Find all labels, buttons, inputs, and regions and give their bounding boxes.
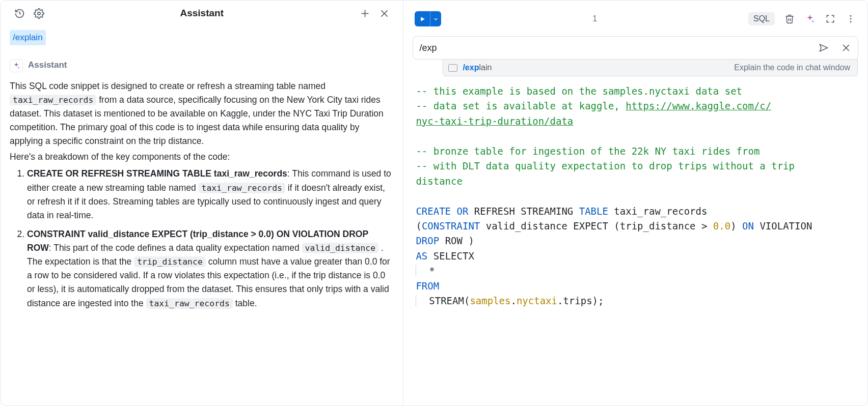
- cell-toolbar: 1 SQL: [413, 9, 858, 29]
- code-text: valid_distance EXPECT (trip_distance >: [480, 220, 713, 231]
- item1-bold: CREATE OR REFRESH STREAMING TABLE taxi_r…: [27, 168, 287, 179]
- assistant-message: This SQL code snippet is designed to cre…: [10, 79, 394, 310]
- item1-code: taxi_raw_records: [199, 183, 285, 193]
- panel-title: Assistant: [48, 8, 355, 19]
- list-item: CREATE OR REFRESH STREAMING TABLE taxi_r…: [27, 167, 394, 222]
- code-line: distance: [416, 176, 463, 187]
- code-text: ROW ): [439, 235, 474, 246]
- item2-text-d: table.: [233, 298, 257, 308]
- svg-point-8: [850, 21, 852, 22]
- assistant-header: Assistant: [1, 7, 403, 26]
- code-punc: (: [416, 220, 421, 231]
- run-button[interactable]: [415, 11, 441, 26]
- code-text: *: [417, 265, 435, 276]
- autocomplete-popup[interactable]: /explain Explain the code in chat window: [443, 59, 858, 76]
- assistant-command-input[interactable]: /exp /explain Explain the code in chat w…: [413, 36, 858, 60]
- send-icon[interactable]: [818, 42, 829, 53]
- code-line: -- with DLT data quality expectation to …: [416, 160, 795, 171]
- code-kw: FROM: [416, 280, 439, 292]
- cell-index: 1: [446, 14, 743, 23]
- assistant-badge: Assistant: [28, 59, 67, 72]
- close-icon[interactable]: [840, 42, 852, 53]
- keyboard-icon: [448, 64, 457, 72]
- breakdown-intro: Here's a breakdown of the key components…: [10, 150, 394, 164]
- msg-para-code: taxi_raw_records: [10, 95, 96, 105]
- chevron-down-icon[interactable]: [430, 11, 441, 26]
- caret: [416, 295, 416, 306]
- list-item: CONSTRAINT valid_distance EXPECT (trip_d…: [27, 227, 394, 310]
- item2-text-a: : This part of the code defines a data q…: [49, 243, 302, 253]
- code-line: -- bronze table for ingestion of the 22k…: [416, 146, 760, 157]
- svg-point-0: [37, 12, 40, 14]
- code-kw: AS: [416, 250, 427, 262]
- svg-marker-5: [421, 17, 425, 21]
- code-text: SELECTX: [427, 250, 474, 262]
- item2-code-c: taxi_raw_records: [146, 298, 233, 309]
- code-num: 0.0: [713, 220, 730, 231]
- trash-icon[interactable]: [784, 13, 795, 24]
- language-pill[interactable]: SQL: [748, 12, 775, 25]
- code-text: REFRESH STREAMING: [468, 206, 579, 217]
- plus-icon[interactable]: [358, 7, 371, 20]
- play-icon[interactable]: [415, 11, 430, 26]
- code-kw: DROP: [416, 235, 439, 246]
- code-text: .trips);: [557, 295, 604, 306]
- code-line: -- this example is based on the samples.…: [416, 85, 742, 97]
- code-link[interactable]: nyc-taxi-trip-duration/data: [416, 115, 573, 127]
- sparkle-icon: [10, 59, 23, 72]
- caret: [416, 265, 416, 276]
- item2-code-a: valid_distance: [302, 243, 379, 253]
- expand-icon[interactable]: [825, 13, 836, 24]
- code-kw: CONSTRAINT: [422, 220, 480, 231]
- code-text: VIOLATION: [754, 220, 812, 231]
- assistant-label-row: Assistant: [10, 59, 394, 72]
- code-text: taxi_raw_records: [608, 206, 707, 217]
- code-ident: nyctaxi: [517, 295, 557, 306]
- assistant-panel: Assistant /explain Assistant This SQL co…: [1, 1, 403, 405]
- kebab-icon[interactable]: [845, 13, 856, 24]
- code-kw: ON: [742, 220, 754, 231]
- code-editor[interactable]: -- this example is based on the samples.…: [413, 80, 858, 313]
- code-kw: CREATE OR: [416, 206, 468, 217]
- code-line: -- data set is available at kaggle,: [416, 100, 626, 111]
- autocomplete-desc: Explain the code in chat window: [734, 63, 850, 72]
- code-link[interactable]: https://www.kaggle.com/c/: [626, 100, 771, 111]
- code-punc: .: [510, 295, 516, 306]
- autocomplete-command: /explain: [463, 63, 492, 72]
- svg-point-7: [850, 18, 852, 20]
- code-ident: samples: [470, 295, 510, 306]
- code-text: STREAM(: [417, 295, 470, 306]
- sparkle-icon[interactable]: [804, 13, 816, 24]
- close-icon[interactable]: [377, 7, 391, 20]
- user-command-chip: /explain: [10, 30, 46, 45]
- gear-icon[interactable]: [32, 7, 45, 20]
- code-kw: TABLE: [579, 206, 608, 217]
- command-text: /exp: [419, 43, 818, 53]
- code-text: ): [730, 220, 742, 231]
- svg-point-6: [850, 15, 852, 17]
- history-icon[interactable]: [13, 7, 26, 20]
- item2-code-b: trip_distance: [134, 256, 206, 267]
- msg-para-pre: This SQL code snippet is designed to cre…: [10, 81, 326, 91]
- editor-panel: 1 SQL /exp: [403, 1, 867, 405]
